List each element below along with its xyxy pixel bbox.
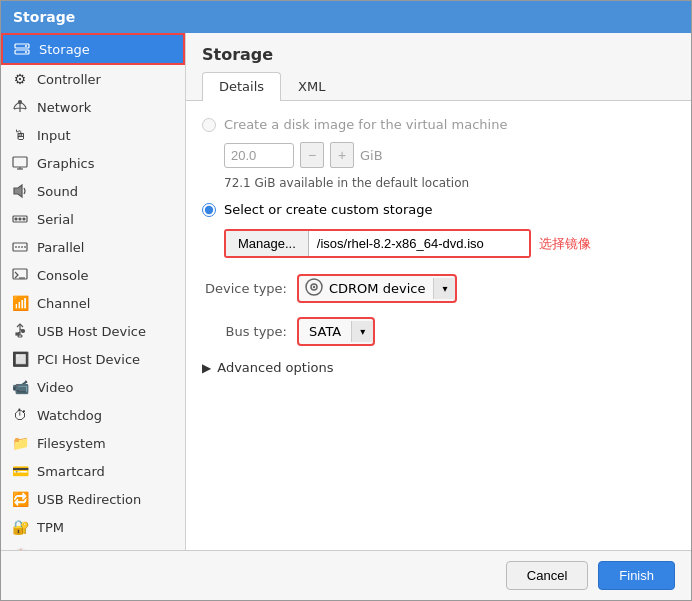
sidebar-item-channel[interactable]: 📶 Channel xyxy=(1,289,185,317)
watchdog-icon: ⏱ xyxy=(11,406,29,424)
sidebar-item-network[interactable]: Network xyxy=(1,93,185,121)
dialog-body: Storage ⚙ Controller Network 🖱 xyxy=(1,33,691,550)
bus-type-value: SATA xyxy=(299,319,351,344)
smartcard-icon: 💳 xyxy=(11,462,29,480)
sidebar-item-graphics[interactable]: Graphics xyxy=(1,149,185,177)
svg-point-11 xyxy=(19,218,21,220)
custom-storage-label: Select or create custom storage xyxy=(224,202,432,217)
tabs: Details XML xyxy=(186,72,691,101)
sidebar-label-usb-host: USB Host Device xyxy=(37,324,146,339)
sidebar-label-graphics: Graphics xyxy=(37,156,94,171)
decrease-size-button[interactable]: − xyxy=(300,142,324,168)
custom-storage-radio[interactable] xyxy=(202,203,216,217)
sidebar-item-filesystem[interactable]: 📁 Filesystem xyxy=(1,429,185,457)
dialog-title: Storage xyxy=(13,9,75,25)
sidebar-label-sound: Sound xyxy=(37,184,78,199)
filesystem-icon: 📁 xyxy=(11,434,29,452)
sidebar-item-sound[interactable]: Sound xyxy=(1,177,185,205)
manage-button[interactable]: Manage... xyxy=(226,231,309,256)
sidebar-label-usb-redir: USB Redirection xyxy=(37,492,141,507)
sidebar-label-input: Input xyxy=(37,128,71,143)
input-icon: 🖱 xyxy=(11,126,29,144)
network-icon xyxy=(11,98,29,116)
pci-host-icon: 🔲 xyxy=(11,350,29,368)
svg-point-22 xyxy=(22,330,25,333)
create-disk-option: Create a disk image for the virtual mach… xyxy=(202,117,675,132)
svg-point-4 xyxy=(19,101,22,104)
finish-button[interactable]: Finish xyxy=(598,561,675,590)
channel-icon: 📶 xyxy=(11,294,29,312)
device-type-row: Device type: CDROM device ▾ xyxy=(202,274,675,303)
svg-point-2 xyxy=(25,45,27,47)
sidebar-item-input[interactable]: 🖱 Input xyxy=(1,121,185,149)
svg-point-12 xyxy=(23,218,25,220)
sidebar-item-video[interactable]: 📹 Video xyxy=(1,373,185,401)
sidebar-label-controller: Controller xyxy=(37,72,101,87)
cancel-button[interactable]: Cancel xyxy=(506,561,588,590)
device-type-dropdown[interactable]: CDROM device ▾ xyxy=(297,274,457,303)
custom-storage-option: Select or create custom storage xyxy=(202,202,675,217)
sidebar-label-parallel: Parallel xyxy=(37,240,84,255)
advanced-options[interactable]: ▶ Advanced options xyxy=(202,360,675,375)
annotation-text: 选择镜像 xyxy=(539,235,591,253)
sidebar-item-usb-host[interactable]: USB Host Device xyxy=(1,317,185,345)
sidebar-label-serial: Serial xyxy=(37,212,74,227)
main-content: Storage Details XML Create a disk image … xyxy=(186,33,691,550)
tab-details[interactable]: Details xyxy=(202,72,281,101)
svg-point-10 xyxy=(15,218,17,220)
device-type-arrow[interactable]: ▾ xyxy=(433,278,455,299)
sidebar-item-parallel[interactable]: Parallel xyxy=(1,233,185,261)
controller-icon: ⚙ xyxy=(11,70,29,88)
storage-dialog: Storage Storage ⚙ Controller xyxy=(0,0,692,601)
usb-host-icon xyxy=(11,322,29,340)
sidebar-item-watchdog[interactable]: ⏱ Watchdog xyxy=(1,401,185,429)
sidebar-label-video: Video xyxy=(37,380,73,395)
disk-size-input[interactable] xyxy=(224,143,294,168)
sidebar: Storage ⚙ Controller Network 🖱 xyxy=(1,33,186,550)
create-disk-radio[interactable] xyxy=(202,118,216,132)
available-text: 72.1 GiB available in the default locati… xyxy=(224,176,675,190)
sidebar-item-pci-host[interactable]: 🔲 PCI Host Device xyxy=(1,345,185,373)
advanced-chevron: ▶ xyxy=(202,361,211,375)
sidebar-label-tpm: TPM xyxy=(37,520,64,535)
sidebar-label-watchdog: Watchdog xyxy=(37,408,102,423)
svg-point-30 xyxy=(313,286,315,288)
sidebar-item-console[interactable]: Console xyxy=(1,261,185,289)
sidebar-item-storage[interactable]: Storage xyxy=(1,33,185,65)
sidebar-item-controller[interactable]: ⚙ Controller xyxy=(1,65,185,93)
bus-type-arrow[interactable]: ▾ xyxy=(351,321,373,342)
bus-type-dropdown[interactable]: SATA ▾ xyxy=(297,317,375,346)
cdrom-icon xyxy=(305,278,323,299)
sidebar-item-rng[interactable]: 🎲 RNG xyxy=(1,541,185,550)
sidebar-label-channel: Channel xyxy=(37,296,90,311)
device-type-label: Device type: xyxy=(202,281,287,296)
iso-path-input[interactable] xyxy=(309,231,529,256)
sidebar-item-usb-redir[interactable]: 🔁 USB Redirection xyxy=(1,485,185,513)
sidebar-label-pci-host: PCI Host Device xyxy=(37,352,140,367)
dialog-footer: Cancel Finish xyxy=(1,550,691,600)
graphics-icon xyxy=(11,154,29,172)
svg-point-3 xyxy=(25,51,27,53)
sidebar-label-filesystem: Filesystem xyxy=(37,436,106,451)
console-icon xyxy=(11,266,29,284)
svg-marker-8 xyxy=(14,185,22,197)
increase-size-button[interactable]: + xyxy=(330,142,354,168)
serial-icon xyxy=(11,210,29,228)
manage-row: Manage... 选择镜像 xyxy=(224,229,675,258)
content-title: Storage xyxy=(186,33,691,72)
disk-size-unit: GiB xyxy=(360,148,383,163)
dialog-title-bar: Storage xyxy=(1,1,691,33)
sidebar-item-tpm[interactable]: 🔐 TPM xyxy=(1,513,185,541)
advanced-label: Advanced options xyxy=(217,360,333,375)
sidebar-label-storage: Storage xyxy=(39,42,90,57)
sidebar-item-serial[interactable]: Serial xyxy=(1,205,185,233)
sidebar-label-network: Network xyxy=(37,100,91,115)
tab-content: Create a disk image for the virtual mach… xyxy=(186,101,691,550)
manage-input-group: Manage... xyxy=(224,229,531,258)
disk-size-row: − + GiB xyxy=(224,142,675,168)
tab-xml[interactable]: XML xyxy=(281,72,342,100)
bus-type-label: Bus type: xyxy=(202,324,287,339)
sidebar-item-smartcard[interactable]: 💳 Smartcard xyxy=(1,457,185,485)
svg-rect-5 xyxy=(13,157,27,167)
sidebar-label-smartcard: Smartcard xyxy=(37,464,105,479)
